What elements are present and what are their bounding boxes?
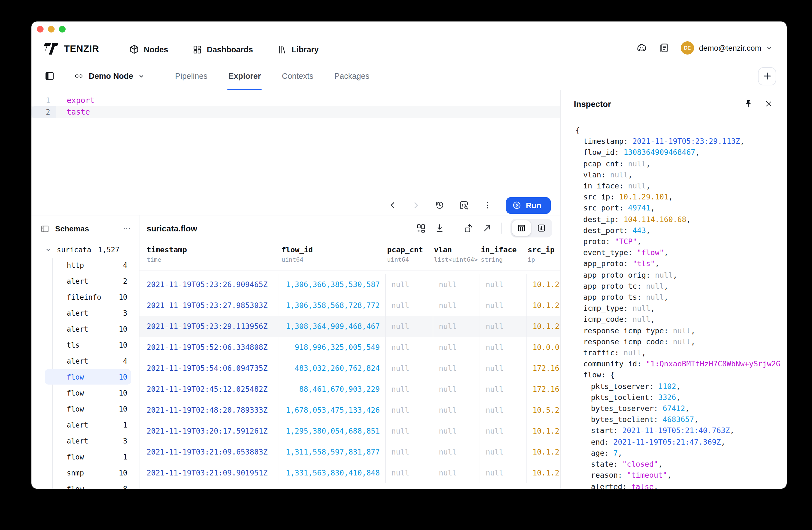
cell-pcap_cnt[interactable]: null bbox=[386, 337, 433, 357]
cell-pcap_cnt[interactable]: null bbox=[386, 421, 433, 441]
schema-item-flow[interactable]: flow1 bbox=[45, 449, 131, 465]
cell-flow_id[interactable]: 918,996,325,005,549 bbox=[278, 337, 386, 357]
cell-pcap_cnt[interactable]: null bbox=[386, 357, 433, 379]
cell-flow_id[interactable]: 1,295,380,054,688,851 bbox=[278, 421, 386, 441]
cell-timestamp[interactable]: 2021-11-19T05:23:27.985303Z bbox=[140, 295, 278, 316]
add-tab-button[interactable] bbox=[758, 67, 776, 85]
cell-src_ip[interactable]: 10.0.0 bbox=[527, 337, 560, 357]
close-window-icon[interactable] bbox=[37, 26, 44, 32]
table-row[interactable]: 2021-11-19T05:54:06.094735Z483,032,260,7… bbox=[140, 357, 560, 379]
table-row[interactable]: 2021-11-19T05:23:27.985303Z1,306,358,568… bbox=[140, 295, 560, 316]
cell-src_ip[interactable]: 10.1.2 bbox=[527, 462, 560, 483]
cell-flow_id[interactable]: 1,678,053,475,133,426 bbox=[278, 399, 386, 421]
cell-pcap_cnt[interactable]: null bbox=[386, 295, 433, 316]
tab-pipelines[interactable]: Pipelines bbox=[175, 62, 207, 90]
cell-vlan[interactable]: null bbox=[433, 441, 480, 462]
cell-in_iface[interactable]: null bbox=[480, 295, 527, 316]
cell-src_ip[interactable]: 10.5.2 bbox=[527, 399, 560, 421]
download-icon[interactable] bbox=[434, 223, 445, 233]
cell-flow_id[interactable]: 483,032,260,762,824 bbox=[278, 357, 386, 379]
expand-icon[interactable] bbox=[482, 223, 492, 233]
panel-left-icon[interactable] bbox=[40, 224, 49, 233]
table-row[interactable]: 2021-11-19T05:23:26.909465Z1,306,366,385… bbox=[140, 274, 560, 295]
table-row[interactable]: 2021-11-19T02:45:12.025482Z88,461,670,90… bbox=[140, 379, 560, 399]
schema-item-flow[interactable]: flow10 bbox=[45, 401, 131, 416]
cell-vlan[interactable]: null bbox=[433, 337, 480, 357]
table-row[interactable]: 2021-11-19T02:48:20.789333Z1,678,053,475… bbox=[140, 399, 560, 421]
tab-contexts[interactable]: Contexts bbox=[282, 62, 314, 90]
schema-group-suricata[interactable]: suricata 1,527 bbox=[31, 242, 139, 257]
cell-vlan[interactable]: null bbox=[433, 379, 480, 399]
schema-item-alert[interactable]: alert3 bbox=[45, 433, 131, 448]
cell-pcap_cnt[interactable]: null bbox=[386, 274, 433, 295]
nav-item-library[interactable]: Library bbox=[277, 44, 319, 54]
cell-in_iface[interactable]: null bbox=[480, 316, 527, 337]
schema-item-alert[interactable]: alert10 bbox=[45, 321, 131, 337]
column-header-pcap_cnt[interactable]: pcap_cntuint64 bbox=[381, 245, 428, 263]
copy-pipeline-icon[interactable] bbox=[463, 223, 474, 233]
pin-icon[interactable] bbox=[744, 99, 752, 108]
forward-icon[interactable] bbox=[411, 201, 421, 210]
column-header-timestamp[interactable]: timestamptime bbox=[140, 245, 276, 263]
cell-timestamp[interactable]: 2021-11-19T03:21:09.653803Z bbox=[140, 441, 278, 462]
column-header-vlan[interactable]: vlanlist<uint64> bbox=[428, 245, 475, 263]
table-view-icon[interactable] bbox=[512, 220, 531, 236]
cell-flow_id[interactable]: 1,331,563,830,410,848 bbox=[278, 462, 386, 483]
cell-pcap_cnt[interactable]: null bbox=[386, 316, 433, 337]
cell-vlan[interactable]: null bbox=[433, 357, 480, 379]
history-icon[interactable] bbox=[434, 200, 445, 210]
schema-item-http[interactable]: http4 bbox=[45, 257, 131, 273]
editor-line[interactable]: 2taste bbox=[31, 106, 560, 118]
pipeline-editor[interactable]: 1export2taste bbox=[31, 90, 560, 195]
cell-flow_id[interactable]: 1,306,358,568,728,772 bbox=[278, 295, 386, 316]
cell-flow_id[interactable]: 1,308,364,909,468,467 bbox=[278, 316, 386, 337]
tab-packages[interactable]: Packages bbox=[334, 62, 369, 90]
table-row[interactable]: 2021-11-19T03:20:17.591261Z1,295,380,054… bbox=[140, 421, 560, 441]
cell-timestamp[interactable]: 2021-11-19T05:54:06.094735Z bbox=[140, 357, 278, 379]
panel-toggle-icon[interactable] bbox=[44, 71, 55, 82]
schema-item-snmp[interactable]: snmp10 bbox=[45, 465, 131, 481]
cell-vlan[interactable]: null bbox=[433, 295, 480, 316]
column-header-flow_id[interactable]: flow_iduint64 bbox=[276, 245, 381, 263]
cell-pcap_cnt[interactable]: null bbox=[386, 399, 433, 421]
close-icon[interactable] bbox=[765, 100, 773, 108]
cell-src_ip[interactable]: 172.16 bbox=[527, 357, 560, 379]
cell-src_ip[interactable]: 10.1.2 bbox=[527, 295, 560, 316]
cell-timestamp[interactable]: 2021-11-19T05:23:29.113956Z bbox=[140, 316, 278, 337]
cell-pcap_cnt[interactable]: null bbox=[386, 441, 433, 462]
nav-item-dashboards[interactable]: Dashboards bbox=[192, 44, 253, 54]
schema-item-tls[interactable]: tls10 bbox=[45, 337, 131, 353]
schema-item-fileinfo[interactable]: fileinfo10 bbox=[45, 289, 131, 305]
back-icon[interactable] bbox=[388, 201, 397, 210]
schema-item-alert[interactable]: alert3 bbox=[45, 305, 131, 321]
editor-line[interactable]: 1export bbox=[31, 95, 560, 106]
cell-in_iface[interactable]: null bbox=[480, 399, 527, 421]
cell-vlan[interactable]: null bbox=[433, 316, 480, 337]
cell-pcap_cnt[interactable]: null bbox=[386, 462, 433, 483]
add-panel-icon[interactable] bbox=[416, 223, 426, 233]
schema-item-flow[interactable]: flow10 bbox=[45, 385, 131, 400]
cell-vlan[interactable]: null bbox=[433, 462, 480, 483]
cell-vlan[interactable]: null bbox=[433, 399, 480, 421]
more-options-icon[interactable] bbox=[483, 201, 492, 210]
tenzir-logo[interactable]: TENZIR bbox=[44, 43, 99, 55]
table-row[interactable]: 2021-11-19T05:23:29.113956Z1,308,364,909… bbox=[140, 316, 560, 337]
cell-src_ip[interactable]: 10.1.2 bbox=[527, 421, 560, 441]
maximize-window-icon[interactable] bbox=[59, 26, 66, 32]
schema-item-alert[interactable]: alert1 bbox=[45, 417, 131, 432]
cell-in_iface[interactable]: null bbox=[480, 357, 527, 379]
run-button[interactable]: Run bbox=[506, 197, 551, 214]
column-header-src_ip[interactable]: src_ipip bbox=[522, 245, 560, 263]
cell-in_iface[interactable]: null bbox=[480, 337, 527, 357]
cell-timestamp[interactable]: 2021-11-19T02:45:12.025482Z bbox=[140, 379, 278, 399]
minimize-window-icon[interactable] bbox=[48, 26, 55, 32]
cell-timestamp[interactable]: 2021-11-19T05:23:26.909465Z bbox=[140, 274, 278, 295]
cell-src_ip[interactable]: 10.1.2 bbox=[527, 316, 560, 337]
table-row[interactable]: 2021-11-19T03:21:09.901951Z1,331,563,830… bbox=[140, 462, 560, 483]
cell-timestamp[interactable]: 2021-11-19T05:52:06.334808Z bbox=[140, 337, 278, 357]
cell-flow_id[interactable]: 1,306,366,385,530,587 bbox=[278, 274, 386, 295]
cell-flow_id[interactable]: 88,461,670,903,229 bbox=[278, 379, 386, 399]
cell-pcap_cnt[interactable]: null bbox=[386, 379, 433, 399]
discord-icon[interactable] bbox=[636, 42, 648, 54]
code-search-icon[interactable] bbox=[459, 200, 469, 210]
